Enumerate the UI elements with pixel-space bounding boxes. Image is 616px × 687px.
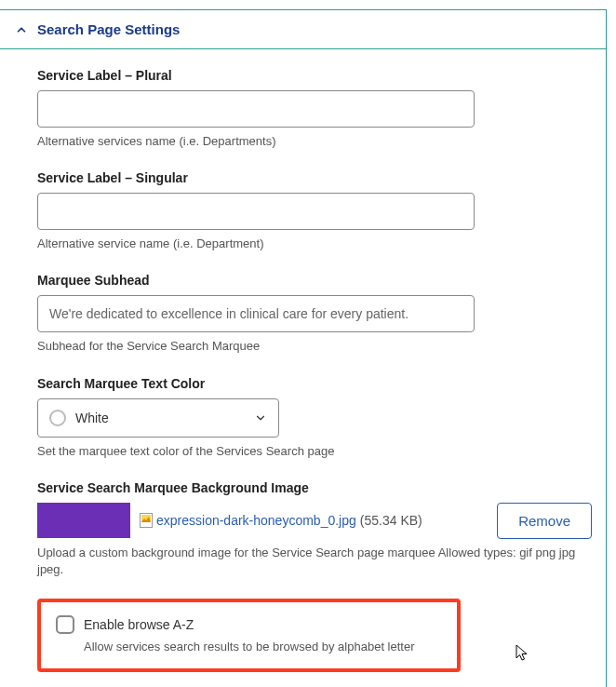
select-textcolor[interactable]: White <box>37 398 279 438</box>
remove-button[interactable]: Remove <box>497 503 592 539</box>
panel-body: Service Label – Plural Alternative servi… <box>0 49 606 687</box>
image-thumbnail <box>37 503 130 538</box>
label-textcolor: Search Marquee Text Color <box>37 376 592 391</box>
field-marquee-subhead: Marquee Subhead Subhead for the Service … <box>37 273 592 355</box>
highlight-enable-browse: Enable browse A-Z Allow services search … <box>37 599 461 672</box>
help-plural: Alternative services name (i.e. Departme… <box>37 133 592 150</box>
input-plural[interactable] <box>37 90 475 128</box>
label-enable-browse: Enable browse A-Z <box>84 617 194 632</box>
select-textcolor-value: White <box>75 411 254 425</box>
label-plural: Service Label – Plural <box>37 68 592 83</box>
color-swatch-icon <box>49 410 66 426</box>
help-bgimage: Upload a custom background image for the… <box>37 545 592 578</box>
help-singular: Alternative service name (i.e. Departmen… <box>37 236 592 252</box>
chevron-up-icon <box>15 23 28 36</box>
field-service-label-singular: Service Label – Singular Alternative ser… <box>37 170 592 252</box>
label-singular: Service Label – Singular <box>37 170 592 185</box>
field-bg-image: Service Search Marquee Background Image … <box>37 480 592 578</box>
panel-header[interactable]: Search Page Settings <box>0 10 606 49</box>
file-link[interactable]: expression-dark-honeycomb_0.jpg <box>156 513 356 528</box>
chevron-down-icon <box>254 411 267 424</box>
help-enable-browse: Allow services search results to be brow… <box>84 640 442 653</box>
file-size: (55.34 KB) <box>360 513 422 528</box>
field-service-label-plural: Service Label – Plural Alternative servi… <box>37 68 592 150</box>
label-subhead: Marquee Subhead <box>37 273 592 288</box>
help-subhead: Subhead for the Service Search Marquee <box>37 338 592 355</box>
settings-panel: Search Page Settings Service Label – Plu… <box>0 9 607 687</box>
input-singular[interactable] <box>37 193 475 230</box>
field-text-color: Search Marquee Text Color White Set the … <box>37 376 592 460</box>
input-subhead[interactable] <box>37 295 475 332</box>
image-file-icon <box>140 513 153 528</box>
label-bgimage: Service Search Marquee Background Image <box>37 480 592 495</box>
checkbox-enable-browse[interactable] <box>56 615 74 634</box>
help-textcolor: Set the marquee text color of the Servic… <box>37 443 592 460</box>
panel-title: Search Page Settings <box>37 21 180 37</box>
